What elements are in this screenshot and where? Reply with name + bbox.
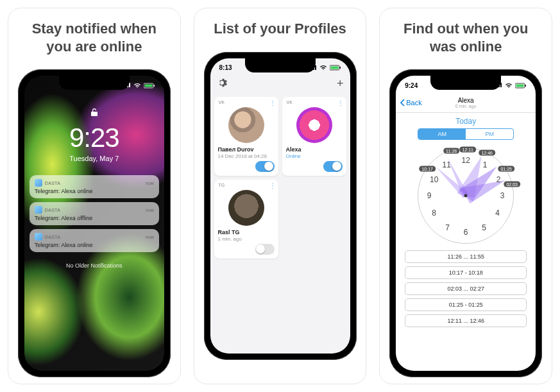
- battery-icon: [515, 83, 527, 89]
- notification-body: Telegram: Alexa offline: [35, 215, 154, 221]
- time-range-row[interactable]: 01:25 - 01:25: [405, 298, 527, 311]
- time-range-row[interactable]: 11:26 ... 11:55: [405, 250, 527, 263]
- notification[interactable]: DASTA now Telegram: Alexa offline: [30, 202, 159, 225]
- notification-body: Telegram: Alexa online: [35, 188, 154, 194]
- segment-am[interactable]: AM: [418, 129, 466, 139]
- time-range-row[interactable]: 10:17 - 10:18: [405, 266, 527, 279]
- notify-toggle[interactable]: [255, 244, 275, 255]
- profile-name: Alexa: [286, 146, 343, 153]
- clock-number: 9: [427, 191, 432, 200]
- slide-title: List of your Profiles: [202, 8, 358, 52]
- profile-card[interactable]: VK ⋮ Павел Durov 14 Dec 2018 at 04:28: [214, 97, 278, 176]
- clock-number: 3: [500, 191, 505, 200]
- profile-source-tag: VK: [287, 100, 293, 105]
- status-bar: [24, 76, 164, 92]
- battery-icon: [144, 83, 155, 89]
- svg-rect-5: [339, 67, 341, 69]
- card-menu-icon[interactable]: ⋮: [337, 99, 343, 107]
- clock-number: 11: [442, 160, 450, 169]
- clock-number: 4: [495, 209, 500, 217]
- avatar: [228, 107, 264, 143]
- notification[interactable]: DASTA now Telegram: Alexa online: [30, 175, 159, 198]
- clock-number: 10: [430, 175, 438, 184]
- status-bar: 9:24: [396, 76, 536, 92]
- profile-card[interactable]: TG ⋮ Rasl TG 1 min. ago: [214, 180, 278, 259]
- time-chip: 12:46: [479, 149, 495, 155]
- nav-bar: Back Alexa 0 min. ago: [396, 92, 536, 113]
- today-label: Today: [396, 117, 536, 126]
- signal-icon: [495, 83, 502, 88]
- clock-number: 12: [461, 156, 470, 165]
- profile-name: Павел Durov: [218, 146, 275, 153]
- time-chip: 11:26: [443, 148, 460, 153]
- back-button[interactable]: Back: [400, 99, 421, 107]
- wifi-icon: [505, 83, 513, 89]
- card-menu-icon[interactable]: ⋮: [269, 99, 275, 107]
- clock-face: 12 1 2 3 4 5 6 7 8 9 10 11 11:26 12:46 0…: [418, 148, 514, 244]
- time-range-row[interactable]: 12:11 ... 12:46: [405, 314, 527, 327]
- app-icon: [35, 206, 42, 214]
- phone-screen: 9:23 Tuesday, May 7 DASTA now Telegram: …: [24, 76, 164, 371]
- clock-number: 7: [445, 223, 450, 232]
- notification-app: DASTA: [45, 208, 143, 212]
- lock-icon: [90, 108, 98, 119]
- slide-notifications: Stay notified when you are online: [8, 8, 181, 384]
- time-range-row[interactable]: 02:03 ... 02:27: [405, 282, 527, 295]
- clock-number: 2: [496, 175, 501, 184]
- phone-frame: 9:23 Tuesday, May 7 DASTA now Telegram: …: [18, 69, 171, 377]
- no-older-label: No Older Notifications: [30, 262, 159, 269]
- phone-frame: 8:13 +: [204, 52, 357, 360]
- card-menu-icon[interactable]: ⋮: [269, 182, 275, 189]
- ampm-segment[interactable]: AM PM: [418, 128, 514, 140]
- notification-app: DASTA: [45, 181, 143, 185]
- profile-source-tag: VK: [219, 100, 225, 105]
- app-icon: [35, 179, 42, 187]
- profile-status: Online: [286, 153, 343, 159]
- time-chip: 10:17: [419, 166, 436, 172]
- notification-app: DASTA: [45, 235, 143, 239]
- app-icon: [35, 233, 42, 241]
- avatar: [228, 190, 264, 226]
- profile-grid: VK ⋮ Павел Durov 14 Dec 2018 at 04:28 VK…: [210, 93, 350, 262]
- svg-rect-2: [153, 85, 155, 87]
- notification-time: now: [146, 181, 154, 185]
- slide-title: Find out when you was online: [380, 8, 552, 69]
- svg-rect-4: [330, 67, 338, 69]
- status-bar: 8:13: [210, 58, 350, 75]
- clock-number: 8: [432, 209, 436, 217]
- svg-rect-8: [525, 85, 527, 87]
- wifi-icon: [319, 65, 327, 71]
- add-button[interactable]: +: [337, 77, 344, 90]
- phone-screen: 8:13 +: [210, 58, 350, 354]
- signal-icon: [309, 65, 317, 71]
- chevron-left-icon: [400, 99, 405, 107]
- notify-toggle[interactable]: [323, 161, 343, 172]
- wifi-icon: [133, 83, 141, 89]
- status-time: 9:24: [405, 82, 418, 89]
- phone-frame: 9:24 Back: [389, 69, 542, 377]
- time-chip: 01:25: [498, 166, 514, 172]
- notification[interactable]: DASTA now Telegram: Alexa online: [30, 229, 159, 252]
- status-time: 8:13: [219, 64, 232, 71]
- svg-rect-7: [516, 84, 524, 87]
- battery-icon: [330, 65, 341, 71]
- settings-button[interactable]: [217, 78, 227, 90]
- profile-status: 1 min. ago: [218, 236, 275, 242]
- time-chip: 02:03: [504, 182, 520, 187]
- time-ranges-list: 11:26 ... 11:55 10:17 - 10:18 02:03 ... …: [405, 250, 527, 327]
- signal-icon: [123, 83, 131, 88]
- slide-detail: Find out when you was online 9:24: [379, 8, 552, 384]
- lock-date: Tuesday, May 7: [69, 155, 119, 162]
- segment-pm[interactable]: PM: [466, 129, 513, 139]
- profile-card[interactable]: VK ⋮ Alexa Online: [282, 97, 346, 176]
- notification-stack: DASTA now Telegram: Alexa online DASTA n…: [30, 175, 159, 269]
- lock-time: 9:23: [69, 123, 119, 153]
- time-chip: 12:11: [459, 147, 476, 153]
- slide-profiles: List of your Profiles 8:13: [194, 8, 367, 384]
- notification-body: Telegram: Alexa online: [35, 242, 154, 248]
- phone-screen: 9:24 Back: [396, 76, 536, 371]
- profile-source-tag: TG: [219, 183, 225, 187]
- notify-toggle[interactable]: [255, 161, 275, 172]
- clock-number: 1: [483, 160, 488, 169]
- notification-time: now: [146, 235, 154, 239]
